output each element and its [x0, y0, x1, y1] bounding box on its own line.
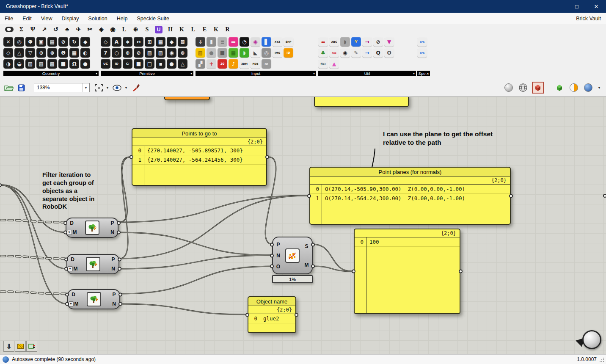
component-icon[interactable]: ●: [80, 59, 90, 69]
component-icon[interactable]: ■: [218, 48, 227, 58]
component-tab-icon[interactable]: L: [187, 26, 199, 33]
component-tab-icon[interactable]: K: [210, 26, 222, 33]
output-p[interactable]: P: [110, 220, 114, 226]
component-icon[interactable]: ABC: [329, 37, 339, 47]
robodk-program-component[interactable]: P N O S M: [272, 237, 313, 274]
input-grip[interactable]: [270, 254, 274, 257]
input-d[interactable]: D: [72, 292, 75, 298]
dropdown-button[interactable]: ▼: [67, 230, 72, 235]
preview-settings-caret[interactable]: ▼: [598, 86, 601, 90]
component-icon[interactable]: ♪: [229, 59, 238, 69]
wireframe-preview-button[interactable]: [518, 82, 529, 94]
component-icon[interactable]: ▩: [47, 59, 57, 69]
resize-grip[interactable]: [603, 361, 604, 362]
component-icon[interactable]: ▨: [196, 48, 205, 58]
dropdown-button[interactable]: ▼: [69, 301, 74, 306]
preview-mode-button[interactable]: [112, 82, 123, 94]
component-icon[interactable]: ⊘: [134, 48, 143, 58]
component-icon[interactable]: ▦: [156, 37, 165, 47]
dropdown-button[interactable]: ▼: [68, 266, 73, 271]
input-grip[interactable]: [64, 257, 68, 261]
open-file-button[interactable]: [3, 82, 14, 94]
component-icon[interactable]: ∞: [262, 59, 271, 69]
preview-mode-caret[interactable]: ▼: [124, 86, 128, 90]
shaded-preview-button[interactable]: [503, 82, 514, 94]
paint-tool-button[interactable]: [130, 82, 141, 94]
component-tab-icon[interactable]: K: [176, 26, 187, 33]
component-icon[interactable]: ▬: [229, 37, 238, 47]
input-grip[interactable]: [307, 194, 311, 198]
input-grip[interactable]: [65, 292, 69, 296]
definition-canvas[interactable]: Filter iteration to get each group of ob…: [0, 97, 606, 354]
preview-material-button[interactable]: [568, 82, 579, 94]
component-tab-icon[interactable]: ⊕: [130, 26, 141, 33]
menu-item[interactable]: View: [36, 13, 57, 24]
component-tab-icon[interactable]: ↺: [50, 26, 61, 33]
panel-point-planes[interactable]: Point planes (for normals) {2;0} 0 O(270…: [309, 167, 511, 225]
component-icon[interactable]: →: [362, 48, 372, 58]
input-grip[interactable]: [65, 302, 69, 306]
component-icon[interactable]: ◇: [101, 37, 110, 47]
input-grip[interactable]: [270, 243, 274, 247]
palette-group-header[interactable]: Input▾: [196, 71, 316, 76]
component-icon[interactable]: ◣: [251, 48, 260, 58]
component-icon[interactable]: ∗: [123, 37, 132, 47]
panel-object-name[interactable]: Object name {2;0} 0 glue2: [248, 296, 296, 333]
canvas-navigation-ball[interactable]: [582, 330, 601, 349]
note-plane-offset[interactable]: I can use the plane to get the offset re…: [383, 130, 516, 147]
component-icon[interactable]: →: [362, 37, 372, 47]
component-tab-icon[interactable]: E: [199, 26, 210, 33]
component-icon[interactable]: ◇: [3, 48, 13, 58]
component-icon[interactable]: ▨: [156, 48, 165, 58]
component-icon[interactable]: ○: [112, 48, 121, 58]
component-icon[interactable]: △: [178, 59, 187, 69]
maximize-button[interactable]: □: [567, 0, 587, 13]
component-icon[interactable]: ⊞: [145, 37, 154, 47]
component-icon[interactable]: ◎: [14, 37, 24, 47]
output-grip[interactable]: [117, 231, 121, 234]
component-icon[interactable]: ⊗: [178, 48, 187, 58]
component-icon[interactable]: ✕: [3, 37, 13, 47]
menu-item[interactable]: Help: [112, 13, 132, 24]
component-icon[interactable]: ◗: [340, 37, 350, 47]
output-grip[interactable]: [118, 267, 121, 271]
component-icon[interactable]: Φ: [25, 37, 35, 47]
component-tab-icon[interactable]: ✂: [84, 26, 96, 33]
component-icon[interactable]: ▣: [36, 37, 46, 47]
edge-grip[interactable]: [0, 183, 2, 187]
partial-panel-orange[interactable]: [164, 97, 210, 100]
component-icon[interactable]: ◎: [262, 48, 271, 58]
params-tab-icon[interactable]: [5, 27, 14, 32]
component-icon[interactable]: ▲: [329, 59, 339, 69]
minimize-button[interactable]: —: [548, 0, 567, 13]
palette-group-header[interactable]: Primitive▾: [101, 71, 193, 76]
component-icon[interactable]: ▮: [207, 37, 216, 47]
input-n[interactable]: N: [276, 253, 280, 259]
component-icon[interactable]: ◉: [340, 48, 350, 58]
output-grip[interactable]: [295, 313, 298, 317]
component-icon[interactable]: ↔: [134, 37, 143, 47]
partial-panel-yellow[interactable]: [314, 97, 409, 107]
component-icon[interactable]: ●: [167, 59, 176, 69]
input-grip[interactable]: [245, 313, 249, 317]
menu-item[interactable]: Solution: [84, 13, 112, 24]
output-s[interactable]: S: [305, 243, 308, 249]
component-icon[interactable]: ⊗: [47, 48, 57, 58]
component-icon[interactable]: Q: [373, 48, 383, 58]
component-icon[interactable]: Θ: [58, 48, 68, 58]
input-grip[interactable]: [63, 231, 67, 234]
component-icon[interactable]: ⊘: [373, 37, 383, 47]
robodk-component-3[interactable]: D ▼M P N: [67, 289, 120, 309]
zoom-combobox[interactable]: 138% ▼: [34, 83, 90, 92]
component-icon[interactable]: UC: [101, 59, 110, 69]
component-icon[interactable]: ▤: [47, 37, 57, 47]
component-tab-icon[interactable]: Ψ: [27, 26, 39, 33]
input-m[interactable]: M: [74, 301, 79, 307]
component-icon[interactable]: IMG: [273, 48, 282, 58]
component-icon[interactable]: ▨: [36, 59, 46, 69]
component-icon[interactable]: ◆: [80, 37, 90, 47]
input-d[interactable]: D: [71, 256, 74, 262]
component-icon[interactable]: O: [384, 48, 394, 58]
component-icon[interactable]: ⇓: [196, 37, 205, 47]
output-grip[interactable]: [311, 265, 315, 268]
